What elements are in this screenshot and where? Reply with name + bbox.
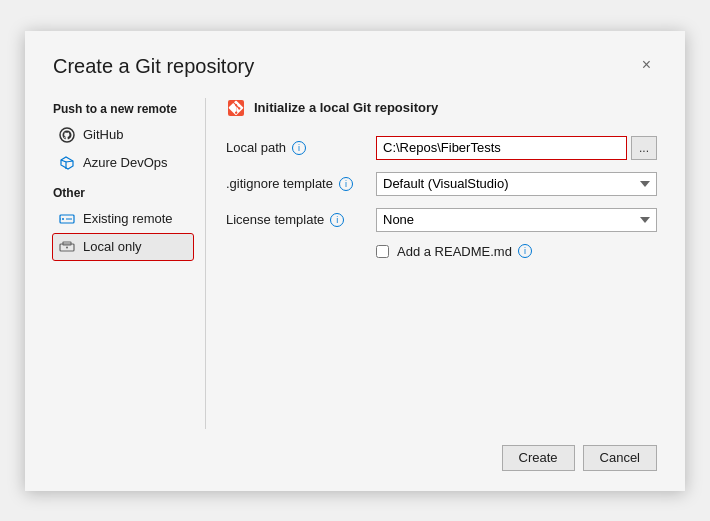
svg-point-3 — [62, 218, 64, 220]
azure-devops-icon — [59, 155, 75, 171]
gitignore-row: .gitignore template i Default (VisualStu… — [226, 172, 657, 196]
create-git-repo-dialog: Create a Git repository × Push to a new … — [25, 31, 685, 491]
sidebar-item-github[interactable]: GitHub — [53, 122, 193, 148]
sidebar-item-azure[interactable]: Azure DevOps — [53, 150, 193, 176]
git-logo-icon — [226, 98, 246, 118]
local-path-row: Local path i ... — [226, 136, 657, 160]
local-path-info-icon[interactable]: i — [292, 141, 306, 155]
license-control: None MIT Apache 2.0 GPL 3.0 — [376, 208, 657, 232]
panel-title-text: Initialize a local Git repository — [254, 100, 438, 115]
main-panel: Initialize a local Git repository Local … — [205, 98, 685, 429]
local-path-control: ... — [376, 136, 657, 160]
azure-devops-label: Azure DevOps — [83, 155, 168, 170]
sidebar: Push to a new remote GitHub — [25, 98, 205, 429]
sidebar-item-existing-remote[interactable]: Existing remote — [53, 206, 193, 232]
gitignore-info-icon[interactable]: i — [339, 177, 353, 191]
svg-point-0 — [60, 128, 74, 142]
sidebar-item-local-only[interactable]: Local only — [53, 234, 193, 260]
svg-marker-1 — [61, 157, 73, 169]
push-section-title: Push to a new remote — [53, 102, 193, 116]
panel-section-title: Initialize a local Git repository — [226, 98, 657, 118]
dialog-header: Create a Git repository × — [25, 31, 685, 90]
gitignore-control: Default (VisualStudio) None VisualStudio… — [376, 172, 657, 196]
readme-row: Add a README.md i — [376, 244, 657, 259]
license-select[interactable]: None MIT Apache 2.0 GPL 3.0 — [376, 208, 657, 232]
github-label: GitHub — [83, 127, 123, 142]
local-only-label: Local only — [83, 239, 142, 254]
create-button[interactable]: Create — [502, 445, 575, 471]
gitignore-select[interactable]: Default (VisualStudio) None VisualStudio… — [376, 172, 657, 196]
dialog-body: Push to a new remote GitHub — [25, 90, 685, 429]
existing-remote-icon — [59, 211, 75, 227]
dialog-footer: Create Cancel — [25, 429, 685, 491]
cancel-button[interactable]: Cancel — [583, 445, 657, 471]
other-section-title: Other — [53, 186, 193, 200]
gitignore-label: .gitignore template i — [226, 176, 376, 191]
local-only-icon — [59, 239, 75, 255]
readme-label: Add a README.md i — [397, 244, 532, 259]
github-icon — [59, 127, 75, 143]
license-label: License template i — [226, 212, 376, 227]
existing-remote-label: Existing remote — [83, 211, 173, 226]
readme-checkbox[interactable] — [376, 245, 389, 258]
local-path-input[interactable] — [376, 136, 627, 160]
license-row: License template i None MIT Apache 2.0 G… — [226, 208, 657, 232]
license-info-icon[interactable]: i — [330, 213, 344, 227]
svg-point-8 — [66, 246, 68, 248]
readme-info-icon[interactable]: i — [518, 244, 532, 258]
dialog-title: Create a Git repository — [53, 55, 254, 78]
local-path-label: Local path i — [226, 140, 376, 155]
browse-button[interactable]: ... — [631, 136, 657, 160]
close-button[interactable]: × — [636, 55, 657, 75]
